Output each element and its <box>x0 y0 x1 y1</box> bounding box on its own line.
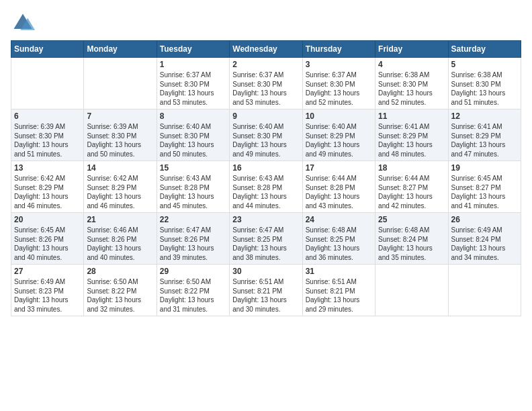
calendar-cell: 9Sunrise: 6:40 AM Sunset: 8:30 PM Daylig… <box>230 109 302 161</box>
calendar-cell: 7Sunrise: 6:39 AM Sunset: 8:30 PM Daylig… <box>84 109 157 161</box>
calendar-cell: 22Sunrise: 6:47 AM Sunset: 8:26 PM Dayli… <box>157 213 229 265</box>
day-number: 2 <box>232 60 299 69</box>
day-info: Sunrise: 6:42 AM Sunset: 8:29 PM Dayligh… <box>87 174 153 210</box>
weekday-header: Thursday <box>302 41 375 58</box>
calendar-week-row: 1Sunrise: 6:37 AM Sunset: 8:30 PM Daylig… <box>11 58 521 109</box>
calendar-week-row: 6Sunrise: 6:39 AM Sunset: 8:30 PM Daylig… <box>11 109 521 161</box>
weekday-header: Saturday <box>448 41 521 58</box>
weekday-header: Monday <box>84 41 157 58</box>
day-number: 18 <box>378 163 445 173</box>
day-number: 7 <box>87 111 153 121</box>
calendar-cell: 30Sunrise: 6:51 AM Sunset: 8:21 PM Dayli… <box>230 265 302 316</box>
day-number: 27 <box>14 267 81 276</box>
weekday-header: Sunday <box>11 41 84 58</box>
calendar-week-row: 20Sunrise: 6:45 AM Sunset: 8:26 PM Dayli… <box>11 213 521 265</box>
calendar-cell: 6Sunrise: 6:39 AM Sunset: 8:30 PM Daylig… <box>11 109 84 161</box>
day-number: 25 <box>378 215 445 224</box>
calendar-cell: 3Sunrise: 6:37 AM Sunset: 8:30 PM Daylig… <box>302 58 375 109</box>
day-info: Sunrise: 6:39 AM Sunset: 8:30 PM Dayligh… <box>87 122 153 158</box>
calendar-cell: 27Sunrise: 6:49 AM Sunset: 8:23 PM Dayli… <box>11 265 84 316</box>
day-number: 30 <box>232 267 299 276</box>
calendar-cell: 10Sunrise: 6:40 AM Sunset: 8:29 PM Dayli… <box>302 109 375 161</box>
calendar-week-row: 13Sunrise: 6:42 AM Sunset: 8:29 PM Dayli… <box>11 161 521 213</box>
day-number: 26 <box>451 215 518 224</box>
day-number: 15 <box>160 163 226 173</box>
day-info: Sunrise: 6:38 AM Sunset: 8:30 PM Dayligh… <box>451 71 518 107</box>
day-number: 6 <box>14 111 81 121</box>
calendar-cell: 8Sunrise: 6:40 AM Sunset: 8:30 PM Daylig… <box>157 109 229 161</box>
day-number: 8 <box>160 111 226 121</box>
day-number: 10 <box>306 111 372 121</box>
day-number: 1 <box>160 60 226 69</box>
day-number: 22 <box>160 215 226 224</box>
calendar-week-row: 27Sunrise: 6:49 AM Sunset: 8:23 PM Dayli… <box>11 265 521 316</box>
day-info: Sunrise: 6:51 AM Sunset: 8:21 PM Dayligh… <box>306 277 372 314</box>
day-info: Sunrise: 6:47 AM Sunset: 8:25 PM Dayligh… <box>232 226 299 262</box>
weekday-header: Wednesday <box>230 41 302 58</box>
day-number: 5 <box>451 60 518 69</box>
day-info: Sunrise: 6:37 AM Sunset: 8:30 PM Dayligh… <box>306 71 372 107</box>
day-info: Sunrise: 6:48 AM Sunset: 8:25 PM Dayligh… <box>306 226 372 262</box>
day-number: 17 <box>306 163 372 173</box>
day-number: 12 <box>451 111 518 121</box>
day-info: Sunrise: 6:37 AM Sunset: 8:30 PM Dayligh… <box>160 71 226 107</box>
calendar-cell: 19Sunrise: 6:45 AM Sunset: 8:27 PM Dayli… <box>448 161 521 213</box>
day-number: 24 <box>306 215 372 224</box>
day-info: Sunrise: 6:51 AM Sunset: 8:21 PM Dayligh… <box>232 277 299 314</box>
day-info: Sunrise: 6:39 AM Sunset: 8:30 PM Dayligh… <box>14 122 81 158</box>
day-info: Sunrise: 6:49 AM Sunset: 8:24 PM Dayligh… <box>451 226 518 262</box>
calendar-cell <box>448 265 521 316</box>
day-number: 21 <box>87 215 153 224</box>
day-info: Sunrise: 6:37 AM Sunset: 8:30 PM Dayligh… <box>232 71 299 107</box>
day-number: 14 <box>87 163 153 173</box>
day-info: Sunrise: 6:38 AM Sunset: 8:30 PM Dayligh… <box>378 71 445 107</box>
calendar-cell: 24Sunrise: 6:48 AM Sunset: 8:25 PM Dayli… <box>302 213 375 265</box>
logo-icon <box>11 11 35 35</box>
calendar-cell: 29Sunrise: 6:50 AM Sunset: 8:22 PM Dayli… <box>157 265 229 316</box>
day-number: 11 <box>378 111 445 121</box>
calendar-cell: 14Sunrise: 6:42 AM Sunset: 8:29 PM Dayli… <box>84 161 157 213</box>
day-number: 3 <box>306 60 372 69</box>
calendar-cell: 4Sunrise: 6:38 AM Sunset: 8:30 PM Daylig… <box>375 58 448 109</box>
calendar-table: SundayMondayTuesdayWednesdayThursdayFrid… <box>11 40 521 316</box>
day-info: Sunrise: 6:46 AM Sunset: 8:26 PM Dayligh… <box>87 226 153 262</box>
calendar-cell: 23Sunrise: 6:47 AM Sunset: 8:25 PM Dayli… <box>230 213 302 265</box>
calendar-cell: 5Sunrise: 6:38 AM Sunset: 8:30 PM Daylig… <box>448 58 521 109</box>
calendar-cell: 26Sunrise: 6:49 AM Sunset: 8:24 PM Dayli… <box>448 213 521 265</box>
weekday-header: Tuesday <box>157 41 229 58</box>
weekday-header: Friday <box>375 41 448 58</box>
calendar-cell <box>375 265 448 316</box>
day-number: 31 <box>306 267 372 276</box>
calendar-cell: 15Sunrise: 6:43 AM Sunset: 8:28 PM Dayli… <box>157 161 229 213</box>
logo <box>11 11 38 35</box>
day-number: 16 <box>232 163 299 173</box>
calendar-cell: 18Sunrise: 6:44 AM Sunset: 8:27 PM Dayli… <box>375 161 448 213</box>
day-info: Sunrise: 6:50 AM Sunset: 8:22 PM Dayligh… <box>87 277 153 314</box>
day-info: Sunrise: 6:49 AM Sunset: 8:23 PM Dayligh… <box>14 277 81 314</box>
day-info: Sunrise: 6:48 AM Sunset: 8:24 PM Dayligh… <box>378 226 445 262</box>
day-info: Sunrise: 6:45 AM Sunset: 8:27 PM Dayligh… <box>451 174 518 210</box>
calendar-cell: 17Sunrise: 6:44 AM Sunset: 8:28 PM Dayli… <box>302 161 375 213</box>
day-number: 9 <box>232 111 299 121</box>
calendar-cell: 12Sunrise: 6:41 AM Sunset: 8:29 PM Dayli… <box>448 109 521 161</box>
calendar-cell: 11Sunrise: 6:41 AM Sunset: 8:29 PM Dayli… <box>375 109 448 161</box>
day-info: Sunrise: 6:40 AM Sunset: 8:30 PM Dayligh… <box>232 122 299 158</box>
calendar-cell: 13Sunrise: 6:42 AM Sunset: 8:29 PM Dayli… <box>11 161 84 213</box>
day-info: Sunrise: 6:47 AM Sunset: 8:26 PM Dayligh… <box>160 226 226 262</box>
day-number: 23 <box>232 215 299 224</box>
day-info: Sunrise: 6:44 AM Sunset: 8:27 PM Dayligh… <box>378 174 445 210</box>
calendar-cell: 21Sunrise: 6:46 AM Sunset: 8:26 PM Dayli… <box>84 213 157 265</box>
day-info: Sunrise: 6:45 AM Sunset: 8:26 PM Dayligh… <box>14 226 81 262</box>
day-info: Sunrise: 6:44 AM Sunset: 8:28 PM Dayligh… <box>306 174 372 210</box>
calendar-cell: 2Sunrise: 6:37 AM Sunset: 8:30 PM Daylig… <box>230 58 302 109</box>
calendar-header-row: SundayMondayTuesdayWednesdayThursdayFrid… <box>11 41 521 58</box>
calendar-cell: 1Sunrise: 6:37 AM Sunset: 8:30 PM Daylig… <box>157 58 229 109</box>
day-info: Sunrise: 6:40 AM Sunset: 8:29 PM Dayligh… <box>306 122 372 158</box>
calendar-cell: 28Sunrise: 6:50 AM Sunset: 8:22 PM Dayli… <box>84 265 157 316</box>
day-info: Sunrise: 6:41 AM Sunset: 8:29 PM Dayligh… <box>451 122 518 158</box>
day-info: Sunrise: 6:42 AM Sunset: 8:29 PM Dayligh… <box>14 174 81 210</box>
page-header <box>11 11 521 35</box>
day-number: 4 <box>378 60 445 69</box>
day-number: 29 <box>160 267 226 276</box>
day-info: Sunrise: 6:40 AM Sunset: 8:30 PM Dayligh… <box>160 122 226 158</box>
